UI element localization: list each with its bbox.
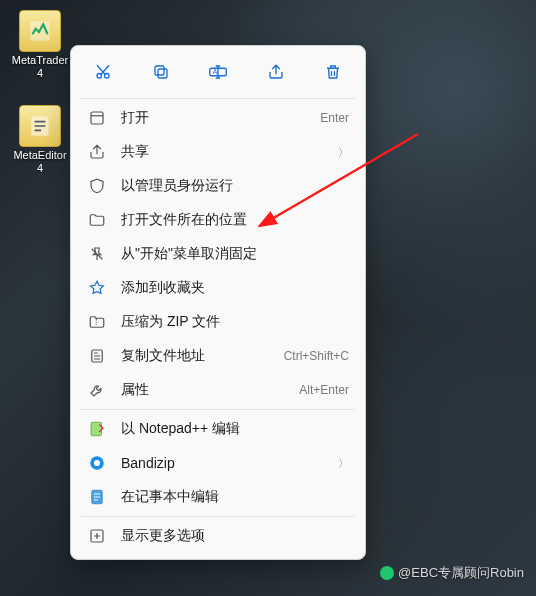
desktop-icon-metaeditor[interactable]: MetaEditor 4: [10, 105, 70, 175]
context-menu: A 打开 Enter 共享 〉 以管理员身份运行 打开文件所在的位置 从"开始"…: [70, 45, 366, 560]
svg-rect-8: [91, 112, 103, 124]
menu-share[interactable]: 共享 〉: [77, 135, 359, 169]
menu-hint: Enter: [320, 111, 349, 125]
svg-rect-4: [158, 69, 167, 78]
svg-point-2: [97, 74, 102, 79]
notepadpp-icon: [87, 419, 107, 439]
shield-icon: [87, 176, 107, 196]
copy-path-icon: [87, 346, 107, 366]
rename-icon[interactable]: A: [200, 56, 236, 88]
wechat-icon: [380, 566, 394, 580]
menu-label: 共享: [121, 143, 332, 161]
copy-icon[interactable]: [143, 56, 179, 88]
menu-label: 打开: [121, 109, 320, 127]
svg-rect-10: [91, 422, 102, 436]
svg-rect-5: [155, 66, 164, 75]
menu-notepad[interactable]: 在记事本中编辑: [77, 480, 359, 514]
desktop-icon-metatrader[interactable]: MetaTrader 4: [10, 10, 70, 80]
bandizip-icon: [87, 453, 107, 473]
menu-open[interactable]: 打开 Enter: [77, 101, 359, 135]
menu-toolbar: A: [77, 52, 359, 96]
menu-zip[interactable]: 压缩为 ZIP 文件: [77, 305, 359, 339]
cut-icon[interactable]: [85, 56, 121, 88]
menu-run-admin[interactable]: 以管理员身份运行: [77, 169, 359, 203]
menu-notepadpp[interactable]: 以 Notepad++ 编辑: [77, 412, 359, 446]
icon-label: MetaTrader 4: [10, 54, 70, 80]
svg-point-3: [105, 74, 110, 79]
menu-open-location[interactable]: 打开文件所在的位置: [77, 203, 359, 237]
app-icon: [19, 105, 61, 147]
more-icon: [87, 526, 107, 546]
menu-hint: Ctrl+Shift+C: [284, 349, 349, 363]
menu-label: 压缩为 ZIP 文件: [121, 313, 349, 331]
chevron-right-icon: 〉: [338, 145, 349, 160]
menu-more-options[interactable]: 显示更多选项: [77, 519, 359, 553]
menu-label: 以 Notepad++ 编辑: [121, 420, 349, 438]
menu-bandizip[interactable]: Bandizip 〉: [77, 446, 359, 480]
separator: [81, 516, 355, 517]
share-icon[interactable]: [258, 56, 294, 88]
delete-icon[interactable]: [315, 56, 351, 88]
folder-icon: [87, 210, 107, 230]
chevron-right-icon: 〉: [338, 456, 349, 471]
zip-icon: [87, 312, 107, 332]
menu-label: 打开文件所在的位置: [121, 211, 349, 229]
unpin-icon: [87, 244, 107, 264]
share-icon: [87, 142, 107, 162]
app-icon: [19, 10, 61, 52]
notepad-icon: [87, 487, 107, 507]
menu-label: Bandizip: [121, 455, 332, 471]
menu-add-favorite[interactable]: 添加到收藏夹: [77, 271, 359, 305]
menu-hint: Alt+Enter: [299, 383, 349, 397]
separator: [81, 98, 355, 99]
menu-label: 从"开始"菜单取消固定: [121, 245, 349, 263]
watermark: @EBC专属顾问Robin: [380, 564, 524, 582]
separator: [81, 409, 355, 410]
wrench-icon: [87, 380, 107, 400]
menu-label: 显示更多选项: [121, 527, 349, 545]
menu-unpin-start[interactable]: 从"开始"菜单取消固定: [77, 237, 359, 271]
icon-label: MetaEditor 4: [10, 149, 70, 175]
open-icon: [87, 108, 107, 128]
menu-label: 属性: [121, 381, 299, 399]
svg-text:A: A: [213, 68, 218, 75]
menu-properties[interactable]: 属性 Alt+Enter: [77, 373, 359, 407]
menu-label: 添加到收藏夹: [121, 279, 349, 297]
menu-copy-path[interactable]: 复制文件地址 Ctrl+Shift+C: [77, 339, 359, 373]
star-icon: [87, 278, 107, 298]
menu-label: 复制文件地址: [121, 347, 284, 365]
menu-label: 在记事本中编辑: [121, 488, 349, 506]
menu-label: 以管理员身份运行: [121, 177, 349, 195]
watermark-text: @EBC专属顾问Robin: [398, 564, 524, 582]
